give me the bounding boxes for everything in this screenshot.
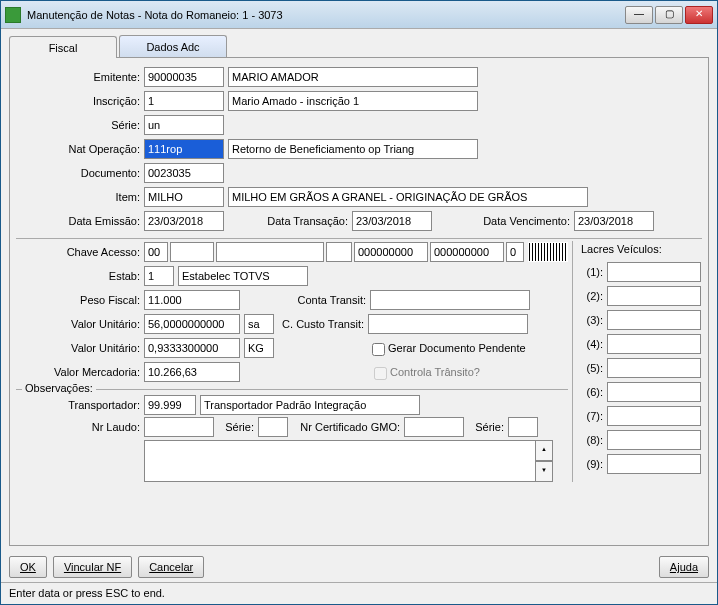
valor-unitario-1-field[interactable] xyxy=(144,314,240,334)
vincular-nf-button[interactable]: Vincular NF xyxy=(53,556,132,578)
transportador-code-field[interactable] xyxy=(144,395,196,415)
valor-unitario-1-un-field[interactable] xyxy=(244,314,274,334)
lacre-label-1: (1): xyxy=(579,266,607,278)
label-valor-mercadoria: Valor Mercadoria: xyxy=(16,366,144,378)
close-button[interactable]: ✕ xyxy=(685,6,713,24)
ok-button[interactable]: OK xyxy=(9,556,47,578)
button-bar: OK Vincular NF Cancelar Ajuda xyxy=(1,550,717,582)
lacre-8-field[interactable] xyxy=(607,430,701,450)
valor-unitario-2-un-field[interactable] xyxy=(244,338,274,358)
label-emitente: Emitente: xyxy=(16,71,144,83)
label-estab: Estab: xyxy=(16,270,144,282)
emitente-code-field[interactable] xyxy=(144,67,224,87)
cancelar-button[interactable]: Cancelar xyxy=(138,556,204,578)
app-icon xyxy=(5,7,21,23)
chave-acesso-7-field[interactable] xyxy=(506,242,524,262)
label-data-transacao: Data Transação: xyxy=(224,215,352,227)
valor-mercadoria-field[interactable] xyxy=(144,362,240,382)
inscricao-desc-field[interactable] xyxy=(228,91,478,111)
label-serie: Série: xyxy=(16,119,144,131)
obs-scroll-down-button[interactable]: ▼ xyxy=(535,461,553,482)
label-gerar-doc-pendente: Gerar Documento Pendente xyxy=(388,342,526,354)
nr-cert-gmo-field[interactable] xyxy=(404,417,464,437)
conta-transit-field[interactable] xyxy=(370,290,530,310)
obs-scroll-up-button[interactable]: ▲ xyxy=(535,440,553,461)
lacre-6-field[interactable] xyxy=(607,382,701,402)
lacre-7-field[interactable] xyxy=(607,406,701,426)
lacre-label-5: (5): xyxy=(579,362,607,374)
minimize-button[interactable]: — xyxy=(625,6,653,24)
maximize-button[interactable]: ▢ xyxy=(655,6,683,24)
tab-fiscal[interactable]: Fiscal xyxy=(9,36,117,58)
label-conta-transit: Conta Transit: xyxy=(240,294,370,306)
label-transportador: Transportador: xyxy=(16,399,144,411)
status-text: Enter data or press ESC to end. xyxy=(9,587,165,599)
nat-operacao-code-field[interactable] xyxy=(144,139,224,159)
lacre-9-field[interactable] xyxy=(607,454,701,474)
nat-operacao-desc-field[interactable] xyxy=(228,139,478,159)
app-window: Manutenção de Notas - Nota do Romaneio: … xyxy=(0,0,718,605)
lacre-4-field[interactable] xyxy=(607,334,701,354)
label-serie-laudo: Série: xyxy=(214,421,258,433)
lacre-label-8: (8): xyxy=(579,434,607,446)
window-title: Manutenção de Notas - Nota do Romaneio: … xyxy=(27,9,625,21)
label-serie-gmo: Série: xyxy=(464,421,508,433)
inscricao-code-field[interactable] xyxy=(144,91,224,111)
c-custo-transit-field[interactable] xyxy=(368,314,528,334)
lacre-2-field[interactable] xyxy=(607,286,701,306)
tab-bar: Fiscal Dados Adc xyxy=(9,35,709,57)
serie-gmo-field[interactable] xyxy=(508,417,538,437)
label-inscricao: Inscrição: xyxy=(16,95,144,107)
emitente-name-field[interactable] xyxy=(228,67,478,87)
label-data-emissao: Data Emissão: xyxy=(16,215,144,227)
label-documento: Documento: xyxy=(16,167,144,179)
serie-field[interactable] xyxy=(144,115,224,135)
data-emissao-field[interactable] xyxy=(144,211,224,231)
data-vencimento-field[interactable] xyxy=(574,211,654,231)
titlebar: Manutenção de Notas - Nota do Romaneio: … xyxy=(1,1,717,29)
label-chave-acesso: Chave Acesso: xyxy=(16,246,144,258)
observacoes-textarea[interactable] xyxy=(144,440,536,482)
estab-desc-field[interactable] xyxy=(178,266,308,286)
gerar-doc-pendente-checkbox[interactable] xyxy=(372,343,385,356)
controla-transito-checkbox xyxy=(374,367,387,380)
transportador-desc-field[interactable] xyxy=(200,395,420,415)
estab-code-field[interactable] xyxy=(144,266,174,286)
lacre-1-field[interactable] xyxy=(607,262,701,282)
lacre-label-6: (6): xyxy=(579,386,607,398)
lacre-5-field[interactable] xyxy=(607,358,701,378)
chave-acesso-4-field[interactable] xyxy=(326,242,352,262)
label-nat-operacao: Nat Operação: xyxy=(16,143,144,155)
label-valor-unitario-1: Valor Unitário: xyxy=(16,318,144,330)
chave-acesso-5-field[interactable] xyxy=(354,242,428,262)
item-code-field[interactable] xyxy=(144,187,224,207)
valor-unitario-2-field[interactable] xyxy=(144,338,240,358)
tab-dados-adc[interactable]: Dados Adc xyxy=(119,35,227,57)
lacre-label-2: (2): xyxy=(579,290,607,302)
chave-acesso-6-field[interactable] xyxy=(430,242,504,262)
ajuda-button[interactable]: Ajuda xyxy=(659,556,709,578)
label-controla-transito: Controla Trânsito? xyxy=(390,366,480,378)
documento-field[interactable] xyxy=(144,163,224,183)
label-valor-unitario-2: Valor Unitário: xyxy=(16,342,144,354)
nr-laudo-field[interactable] xyxy=(144,417,214,437)
barcode-icon xyxy=(528,242,568,262)
item-desc-field[interactable] xyxy=(228,187,588,207)
chave-acesso-3-field[interactable] xyxy=(216,242,324,262)
lacre-label-9: (9): xyxy=(579,458,607,470)
label-item: Item: xyxy=(16,191,144,203)
label-c-custo-transit: C. Custo Transit: xyxy=(274,318,368,330)
tab-panel-fiscal: Emitente: Inscrição: Série: Nat Operação… xyxy=(9,57,709,546)
chave-acesso-1-field[interactable] xyxy=(144,242,168,262)
lacre-3-field[interactable] xyxy=(607,310,701,330)
peso-fiscal-field[interactable] xyxy=(144,290,240,310)
lacre-label-3: (3): xyxy=(579,314,607,326)
chave-acesso-2-field[interactable] xyxy=(170,242,214,262)
label-lacres-veiculos: Lacres Veículos: xyxy=(579,241,702,259)
label-observacoes: Observações: xyxy=(22,382,96,394)
status-bar: Enter data or press ESC to end. xyxy=(1,582,717,604)
label-nr-laudo: Nr Laudo: xyxy=(16,421,144,433)
label-data-vencimento: Data Vencimento: xyxy=(432,215,574,227)
serie-laudo-field[interactable] xyxy=(258,417,288,437)
data-transacao-field[interactable] xyxy=(352,211,432,231)
